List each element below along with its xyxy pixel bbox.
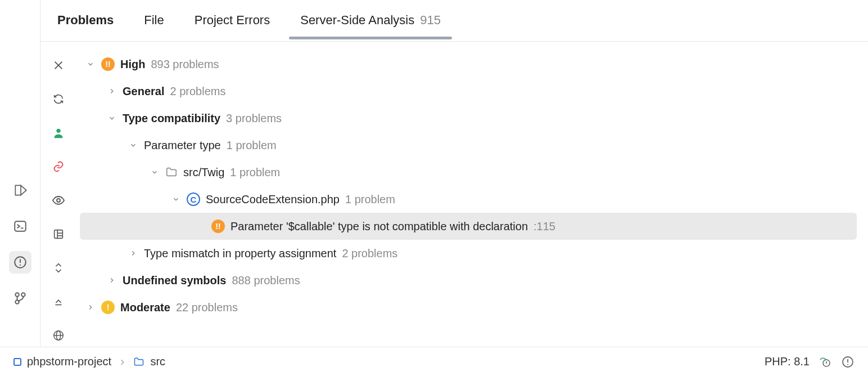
tab-server-side-analysis[interactable]: Server-Side Analysis 915	[300, 13, 441, 39]
web-icon[interactable]	[48, 325, 69, 346]
tree-node-moderate[interactable]: ! Moderate 22 problems	[80, 294, 857, 321]
tree-label: General	[123, 85, 164, 98]
breadcrumb-folder: src	[150, 355, 165, 368]
svg-point-6	[15, 293, 19, 297]
run-tool-icon[interactable]	[9, 179, 31, 202]
svg-point-5	[19, 265, 20, 266]
tab-count: 915	[420, 13, 441, 28]
chevron-down-icon[interactable]	[150, 167, 160, 177]
problems-tabbar: Problems File Project Errors Server-Side…	[40, 0, 868, 42]
tree-node-high[interactable]: !! High 893 problems	[80, 51, 857, 78]
tree-node-file[interactable]: C SourceCodeExtension.php 1 problem	[80, 186, 857, 213]
problems-panel: Problems File Project Errors Server-Side…	[40, 0, 868, 347]
tree-label: Type compatibility	[123, 112, 220, 125]
tree-count: 893 problems	[151, 58, 219, 71]
tab-label: Project Errors	[195, 13, 270, 28]
tree-label: SourceCodeExtension.php	[206, 193, 340, 206]
svg-rect-13	[55, 230, 63, 239]
refresh-icon[interactable]	[48, 89, 69, 109]
chevron-down-icon[interactable]	[107, 113, 117, 123]
folder-icon	[133, 356, 144, 368]
tree-label: Undefined symbols	[123, 274, 226, 287]
breadcrumb[interactable]: phpstorm-project › src	[13, 355, 165, 369]
svg-point-31	[847, 364, 848, 365]
breadcrumb-project: phpstorm-project	[27, 355, 111, 368]
tree-node-type-mismatch[interactable]: Type mismatch in property assignment 2 p…	[80, 240, 857, 267]
tree-label: High	[120, 58, 145, 71]
issue-text: Parameter '$callable' type is not compat…	[230, 220, 528, 233]
status-bar: phpstorm-project › src PHP: 8.1	[0, 347, 868, 376]
issue-line: :115	[534, 220, 555, 233]
tree-count: 1 problem	[230, 166, 280, 179]
tree-node-general[interactable]: General 2 problems	[80, 78, 857, 105]
severity-high-icon: !!	[211, 220, 225, 233]
tree-label: src/Twig	[183, 166, 224, 179]
tree-count: 2 problems	[342, 247, 397, 260]
tab-file[interactable]: File	[144, 13, 164, 39]
chevron-down-icon[interactable]	[85, 59, 96, 69]
tree-label: Moderate	[120, 301, 170, 314]
svg-point-12	[57, 199, 60, 202]
svg-point-7	[21, 293, 25, 297]
folder-icon	[165, 166, 178, 178]
tree-node-issue[interactable]: !! Parameter '$callable' type is not com…	[80, 213, 857, 240]
terminal-tool-icon[interactable]	[9, 215, 31, 238]
vcs-tool-icon[interactable]	[9, 287, 31, 310]
chevron-down-icon[interactable]	[128, 140, 138, 150]
tree-count: 2 problems	[170, 85, 225, 98]
chevron-right-icon[interactable]	[85, 302, 96, 312]
inspection-icon[interactable]	[819, 355, 832, 369]
close-icon[interactable]	[48, 55, 69, 75]
project-icon	[13, 358, 21, 366]
eye-icon[interactable]	[48, 190, 69, 211]
tab-problems[interactable]: Problems	[57, 13, 114, 39]
tree-node-parameter-type[interactable]: Parameter type 1 problem	[80, 132, 857, 159]
problems-indicator-icon[interactable]	[841, 355, 855, 369]
severity-high-icon: !!	[101, 57, 115, 71]
svg-marker-0	[21, 185, 26, 195]
chevron-right-icon[interactable]	[107, 86, 117, 96]
user-icon[interactable]	[48, 123, 69, 143]
tab-label: Server-Side Analysis	[300, 13, 414, 28]
tree-count: 1 problem	[227, 139, 277, 152]
tree-count: 22 problems	[176, 301, 238, 314]
problems-tool-icon[interactable]	[9, 251, 31, 274]
problems-tree[interactable]: !! High 893 problems General 2 problems …	[76, 42, 868, 347]
link-icon[interactable]	[48, 156, 69, 177]
tab-label: File	[144, 13, 164, 28]
tree-count: 3 problems	[226, 112, 282, 125]
tab-label: Problems	[57, 13, 114, 28]
tree-count: 888 problems	[232, 274, 300, 287]
svg-point-11	[56, 129, 60, 133]
chevron-right-icon: ›	[117, 355, 128, 369]
chevron-right-icon[interactable]	[128, 248, 138, 258]
collapse-all-icon[interactable]	[48, 292, 69, 312]
php-version[interactable]: PHP: 8.1	[765, 355, 810, 368]
layout-icon[interactable]	[48, 224, 69, 244]
tree-label: Parameter type	[144, 139, 221, 152]
tree-node-undefined-symbols[interactable]: Undefined symbols 888 problems	[80, 267, 857, 294]
tool-window-bar	[0, 0, 40, 347]
severity-moderate-icon: !	[101, 301, 115, 314]
php-class-icon: C	[187, 193, 200, 206]
tree-node-type-compatibility[interactable]: Type compatibility 3 problems	[80, 105, 857, 132]
chevron-down-icon[interactable]	[171, 194, 181, 204]
chevron-right-icon[interactable]	[107, 275, 117, 285]
tree-count: 1 problem	[345, 193, 395, 206]
tree-label: Type mismatch in property assignment	[144, 247, 336, 260]
problems-toolbar	[40, 42, 76, 347]
tree-node-folder[interactable]: src/Twig 1 problem	[80, 159, 857, 186]
tab-project-errors[interactable]: Project Errors	[195, 13, 270, 39]
expand-collapse-icon[interactable]	[48, 258, 69, 278]
